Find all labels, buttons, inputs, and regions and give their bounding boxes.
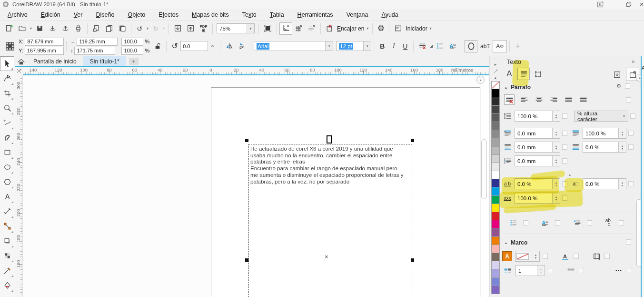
- marco-collapse-icon[interactable]: ▴: [505, 241, 507, 245]
- color-swatch[interactable]: [491, 147, 500, 155]
- character-tab-icon[interactable]: A: [504, 69, 515, 79]
- spinner[interactable]: [552, 179, 560, 189]
- eyedropper-tool[interactable]: [0, 263, 14, 278]
- align-center-icon[interactable]: [534, 94, 544, 105]
- frame-fill-checkbox[interactable]: [543, 254, 548, 259]
- crop-tool[interactable]: [0, 86, 14, 101]
- color-swatch[interactable]: [491, 155, 500, 163]
- color-swatch[interactable]: [491, 212, 500, 220]
- launcher-caret-icon[interactable]: ▾: [428, 26, 433, 31]
- rectangle-tool[interactable]: [0, 145, 14, 160]
- align-right-icon[interactable]: [548, 94, 559, 105]
- show-guidelines-icon[interactable]: [305, 22, 318, 35]
- color-swatch[interactable]: [491, 171, 500, 179]
- import-icon[interactable]: [171, 22, 184, 35]
- frame-tab-icon[interactable]: [533, 69, 543, 79]
- text-alignment-icon[interactable]: [416, 40, 429, 52]
- color-swatch[interactable]: [491, 106, 500, 114]
- docker-expand-icon[interactable]: »: [632, 58, 635, 65]
- drop-shadow-tool[interactable]: [0, 234, 14, 248]
- fullscreen-preview-icon[interactable]: [261, 22, 274, 35]
- docker-dropcap-icon[interactable]: A: [540, 217, 550, 228]
- color-swatch[interactable]: [491, 97, 500, 105]
- color-swatch[interactable]: [491, 163, 500, 171]
- menu-texto[interactable]: Texto: [236, 10, 263, 20]
- menu-diseño[interactable]: Diseño: [89, 10, 121, 20]
- language-spacing-field[interactable]: 0.0 %: [583, 178, 626, 189]
- font-size-value[interactable]: 12 pt: [339, 43, 353, 50]
- spinner[interactable]: [552, 142, 560, 152]
- color-swatch[interactable]: [491, 122, 500, 130]
- menu-mapas-de-bits[interactable]: Mapas de bits: [185, 10, 236, 20]
- align-justify-icon[interactable]: [563, 94, 574, 105]
- spacing-unit-select[interactable]: % altura carácter: [574, 111, 628, 122]
- color-swatch[interactable]: [491, 237, 500, 245]
- export-icon[interactable]: [184, 22, 197, 35]
- align-none-icon[interactable]: [504, 94, 515, 105]
- spinner[interactable]: [552, 111, 560, 121]
- line-spacing-pct-field[interactable]: 100.0 %: [583, 128, 626, 139]
- zoom-level-select[interactable]: 75%: [217, 23, 255, 33]
- bullets-checkbox[interactable]: [523, 220, 528, 225]
- hyphenation-icon[interactable]: ab-c: [604, 217, 614, 228]
- menu-objeto[interactable]: Objeto: [121, 10, 152, 20]
- word-spacing-checkbox[interactable]: [562, 195, 567, 201]
- indent-checkbox[interactable]: [587, 220, 592, 225]
- cloud-download-icon[interactable]: [46, 22, 59, 35]
- spinner[interactable]: [552, 193, 560, 203]
- drop-cap-icon[interactable]: A: [446, 40, 459, 52]
- x-position-field[interactable]: 87.679 mm: [25, 38, 64, 46]
- text-background-checkbox[interactable]: [574, 254, 579, 259]
- align-left-icon[interactable]: [519, 94, 529, 105]
- parrafo-checkbox[interactable]: [625, 83, 630, 89]
- menu-herramientas[interactable]: Herramientas: [291, 10, 340, 20]
- frame-fill-icon[interactable]: A: [502, 251, 512, 261]
- align-force-justify-icon[interactable]: [578, 94, 588, 105]
- alignment-caret-icon[interactable]: ◢: [429, 44, 434, 48]
- palette-scroll-up-icon[interactable]: ▴: [490, 74, 501, 81]
- docker-bullets-icon[interactable]: [508, 217, 518, 228]
- options-gear-icon[interactable]: ⚙: [375, 23, 386, 34]
- frame-fill-select[interactable]: [515, 251, 540, 262]
- line-spacing-pct-checkbox[interactable]: [628, 131, 634, 136]
- menu-tabla[interactable]: Tabla: [263, 10, 291, 20]
- no-color-swatch[interactable]: [491, 81, 500, 89]
- color-swatch[interactable]: [491, 253, 500, 261]
- mirror-vertical-icon[interactable]: [236, 40, 248, 52]
- space-after-field[interactable]: 0.0 mm: [515, 142, 560, 153]
- color-swatch[interactable]: [491, 187, 500, 195]
- selection-handle-top-left[interactable]: [245, 139, 248, 142]
- lock-ratio-icon[interactable]: [151, 40, 164, 52]
- color-swatch[interactable]: [491, 286, 500, 294]
- bulleted-list-icon[interactable]: [434, 40, 446, 52]
- font-caret-icon[interactable]: [325, 41, 333, 51]
- color-swatch[interactable]: [491, 245, 500, 253]
- ruler-origin-icon[interactable]: [15, 67, 23, 75]
- more-options-icon[interactable]: •••: [614, 266, 624, 276]
- tab-welcome-screen[interactable]: Pantalla de inicio: [27, 56, 83, 67]
- canvas-vertical-scrollbar[interactable]: [481, 139, 487, 199]
- collapse-spacing-group-icon[interactable]: ▴: [513, 173, 627, 177]
- text-tool[interactable]: A: [0, 189, 14, 204]
- line-spacing-checkbox[interactable]: [562, 113, 567, 119]
- copy-icon[interactable]: [103, 22, 116, 35]
- font-list-select[interactable]: Arial: [254, 41, 333, 51]
- ellipse-tool[interactable]: [0, 160, 14, 174]
- parrafo-gear-icon[interactable]: ⚙: [616, 83, 621, 89]
- shape-tool[interactable]: [0, 71, 14, 86]
- word-spacing-field[interactable]: 100.0 %: [515, 193, 560, 204]
- snap-to-icon[interactable]: [323, 22, 336, 35]
- menu-edición[interactable]: Edición: [34, 10, 67, 20]
- spacing-unit-checkbox[interactable]: [630, 113, 635, 119]
- tab-document[interactable]: Sin título-1*: [83, 56, 126, 67]
- canvas-scroll-up-button[interactable]: ▴: [476, 76, 485, 84]
- zoom-level-value[interactable]: 75%: [217, 24, 247, 33]
- menu-ver[interactable]: Ver: [67, 10, 89, 20]
- frame-fill-caret-icon[interactable]: [532, 251, 539, 261]
- color-swatch[interactable]: [491, 196, 500, 204]
- artistic-media-tool[interactable]: [0, 130, 14, 145]
- spinner[interactable]: [618, 179, 626, 189]
- character-spacing-checkbox[interactable]: [562, 181, 567, 186]
- dimension-tool[interactable]: [0, 204, 14, 219]
- object-width-field[interactable]: 119.25 mm: [77, 38, 118, 46]
